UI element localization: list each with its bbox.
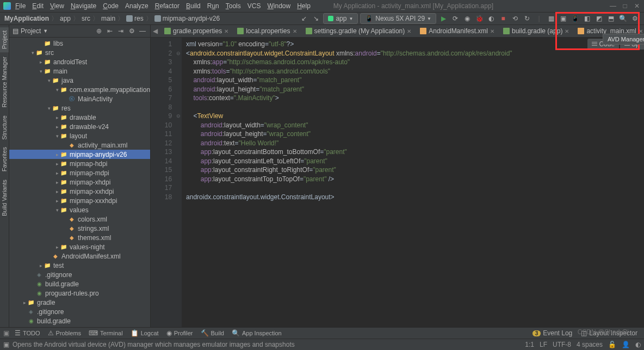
tree-item-themes-xml[interactable]: ◆themes.xml [9, 233, 150, 242]
menu-file[interactable]: File [15, 2, 26, 10]
sync-arrow-icon[interactable]: ↘ [311, 14, 321, 23]
bottom-tab-terminal[interactable]: ⌨ Terminal [85, 328, 126, 338]
source-text[interactable]: xml version="1.0" encoding="utf-8"?> <an… [182, 38, 644, 327]
breadcrumb-2[interactable]: src [82, 15, 90, 22]
run-icon[interactable]: ▶ [438, 14, 448, 23]
tree-item-colors-xml[interactable]: ◆colors.xml [9, 214, 150, 224]
editor-tab-build-gradle-app-[interactable]: build.gradle (app)✕ [499, 25, 573, 37]
tab-close-icon[interactable]: ✕ [565, 28, 569, 34]
tab-scroll-left-icon[interactable]: ◀ [151, 27, 160, 35]
menu-analyze[interactable]: Analyze [125, 2, 148, 10]
device-dropdown[interactable]: 📱 Nexus 5X API 29 ▼ [360, 13, 436, 24]
ltool-favorites[interactable]: Favorites [0, 144, 9, 175]
gradle-icon[interactable]: ⬒ [606, 14, 616, 23]
breadcrumb-5[interactable]: mipmap-anydpi-v26 [154, 15, 220, 22]
menu-view[interactable]: View [50, 2, 64, 10]
tree-arrow-icon[interactable]: ▸ [54, 244, 60, 250]
coverage-icon[interactable]: ◐ [486, 14, 496, 23]
tree-item-libs[interactable]: 📁libs [9, 39, 150, 48]
tree-item-proguard-rules-pro[interactable]: ◉proguard-rules.pro [9, 288, 150, 298]
bottom-tab-problems[interactable]: ⚠ Problems [45, 328, 84, 338]
menu-code[interactable]: Code [103, 2, 119, 10]
tree-arrow-icon[interactable]: ▸ [38, 59, 44, 65]
tree-item-main[interactable]: ▾📁main [9, 66, 150, 76]
tab-close-icon[interactable]: ✕ [224, 28, 228, 34]
tab-close-icon[interactable]: ✕ [490, 28, 494, 34]
tree-item-strings-xml[interactable]: ◆strings.xml [9, 224, 150, 233]
settings-icon[interactable]: ⚙ [630, 14, 640, 23]
tree-item-com-example-myapplication[interactable]: ▾📁com.example.myapplication [9, 85, 150, 94]
editor-tab-gradle-properties[interactable]: gradle.properties✕ [160, 25, 233, 37]
bottom-tab-profiler[interactable]: ◉ Profiler [163, 328, 196, 338]
tree-arrow-icon[interactable]: ▾ [30, 50, 35, 56]
menu-tools[interactable]: Tools [226, 2, 241, 10]
project-title[interactable]: Project [21, 27, 41, 35]
cursor-position[interactable]: 1:1 [525, 341, 534, 348]
file-encoding[interactable]: UTF-8 [553, 341, 571, 348]
sync-icon[interactable]: ↙ [299, 14, 309, 23]
tree-arrow-icon[interactable]: ▾ [54, 133, 60, 139]
status-icon[interactable]: ▣ [3, 341, 9, 348]
menu-edit[interactable]: Edit [32, 2, 44, 10]
tree-item-test[interactable]: ▸📁test [9, 261, 150, 270]
tree-arrow-icon[interactable]: ▸ [54, 152, 60, 157]
debug-icon[interactable]: ⟳ [450, 14, 460, 23]
indent-info[interactable]: 4 spaces [577, 341, 603, 348]
ltool-build-variants[interactable]: Build Variants [0, 176, 9, 219]
breadcrumb-3[interactable]: main [101, 15, 115, 22]
tree-arrow-icon[interactable]: ▸ [54, 180, 60, 185]
tree-item-res[interactable]: ▾📁res [9, 103, 150, 113]
event-log-tab[interactable]: 3 Event Log [529, 328, 576, 338]
tree-item-layout[interactable]: ▾📁layout [9, 131, 150, 140]
tree-item-mainactivity[interactable]: ⓀMainActivity [9, 94, 150, 103]
tree-item-values[interactable]: ▾📁values [9, 205, 150, 214]
scroll-from-source-icon[interactable]: ⊕ [95, 27, 103, 35]
tree-item-mipmap-anydpi-v26[interactable]: ▸📁mipmap-anydpi-v26 [9, 150, 150, 159]
tab-close-icon[interactable]: ✕ [293, 28, 297, 34]
tree-arrow-icon[interactable]: ▾ [54, 207, 60, 213]
tree-arrow-icon[interactable]: ▾ [54, 87, 60, 93]
menu-window[interactable]: Window [267, 2, 290, 10]
tree-item-mipmap-xxxhdpi[interactable]: ▸📁mipmap-xxxhdpi [9, 196, 150, 205]
tree-item-activity_main-xml[interactable]: ◆activity_main.xml [9, 140, 150, 150]
tree-item-drawable[interactable]: ▸📁drawable [9, 113, 150, 122]
project-structure-icon[interactable]: ▦ [546, 14, 556, 23]
run-config-dropdown[interactable]: app ▼ [323, 13, 358, 24]
bottom-tab-build[interactable]: 🔨 Build [197, 328, 227, 338]
tab-close-icon[interactable]: ✕ [639, 28, 643, 34]
tree-item-drawable-v24[interactable]: ▸📁drawable-v24 [9, 122, 150, 131]
breadcrumb-0[interactable]: MyApplication [4, 15, 49, 22]
avd-manager-icon[interactable]: 📱 [570, 14, 580, 23]
tree-arrow-icon[interactable]: ▸ [22, 300, 27, 305]
close-icon[interactable]: ✕ [633, 2, 641, 10]
sdk-manager-icon[interactable]: ▣ [558, 14, 568, 23]
menu-run[interactable]: Run [207, 2, 219, 10]
stop-icon[interactable]: ■ [498, 14, 508, 23]
ltool-resource-manager[interactable]: Resource Manager [0, 53, 9, 111]
tree-item-build-gradle[interactable]: ◉build.gradle [9, 316, 150, 326]
tree-arrow-icon[interactable]: ▸ [54, 189, 60, 194]
editor-tab-settings-gradle-my-application-[interactable]: settings.gradle (My Application)✕ [301, 25, 416, 37]
tree-arrow-icon[interactable]: ▾ [38, 69, 44, 74]
bottom-tab-todo[interactable]: ☰ TODO [11, 328, 44, 338]
project-dropdown-icon[interactable]: ▤ [13, 27, 18, 35]
tree-item-mipmap-xhdpi[interactable]: ▸📁mipmap-xhdpi [9, 177, 150, 187]
menu-build[interactable]: Build [186, 2, 201, 10]
tree-arrow-icon[interactable]: ▾ [46, 106, 52, 111]
tree-item-mipmap-xxhdpi[interactable]: ▸📁mipmap-xxhdpi [9, 187, 150, 196]
breadcrumb-1[interactable]: app [60, 15, 71, 22]
maximize-icon[interactable]: □ [621, 2, 629, 10]
menu-navigate[interactable]: Navigate [71, 2, 96, 10]
project-tree[interactable]: 📁libs▾📁src▸📁androidTest▾📁main▾📁java▾📁com… [9, 38, 150, 327]
tree-item-values-night[interactable]: ▸📁values-night [9, 242, 150, 251]
menu-refactor[interactable]: Refactor [155, 2, 179, 10]
tree-item-java[interactable]: ▾📁java [9, 76, 150, 85]
collapse-icon[interactable]: ⇤ [106, 27, 114, 35]
chevron-down-icon[interactable]: ▼ [43, 28, 48, 34]
readonly-icon[interactable]: 🔓 [608, 341, 616, 348]
minimize-icon[interactable]: — [609, 2, 617, 10]
search-icon[interactable]: 🔍 [618, 14, 628, 23]
breadcrumb-4[interactable]: res [126, 15, 144, 22]
resource-manager-icon[interactable]: ◧ [582, 14, 592, 23]
expand-icon[interactable]: ⇥ [116, 27, 125, 35]
